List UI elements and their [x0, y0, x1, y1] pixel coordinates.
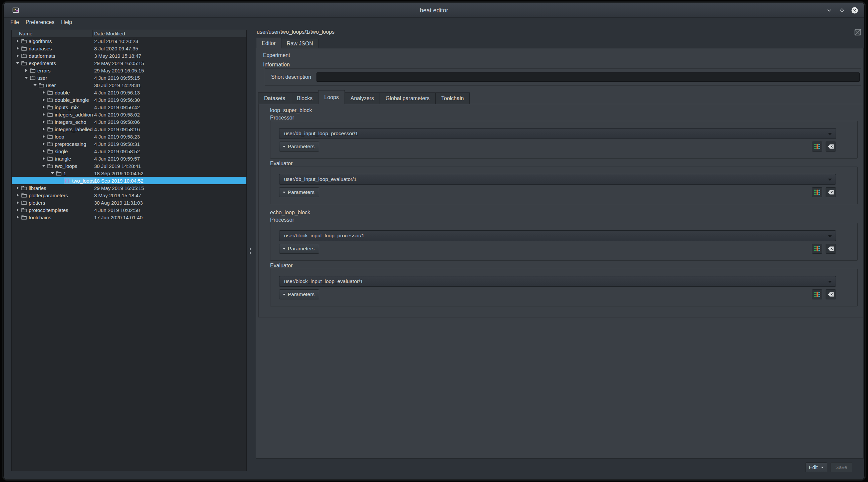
- tree-row[interactable]: {} preprocessing 4 Jun 2019 09:58:31: [12, 140, 246, 148]
- window-controls: [824, 5, 860, 15]
- expand-arrow-icon[interactable]: [41, 113, 46, 116]
- toolchain-view-button[interactable]: [812, 141, 822, 152]
- tree-row[interactable]: {} plotters 30 Aug 2019 11:31:03: [12, 199, 246, 206]
- algorithm-combobox[interactable]: user/block_input_loop_evaluator/1: [279, 276, 836, 287]
- save-button[interactable]: Save: [830, 462, 852, 472]
- expand-arrow-icon[interactable]: [15, 62, 20, 64]
- close-button[interactable]: [850, 5, 860, 15]
- expand-arrow-icon[interactable]: [15, 194, 20, 197]
- tree-row-namecell: {} two_loops: [64, 178, 97, 184]
- tree-row-namecell: {} loop: [46, 133, 66, 140]
- expand-arrow-icon[interactable]: [41, 157, 46, 160]
- expand-arrow-icon[interactable]: [15, 47, 20, 50]
- menu-help[interactable]: Help: [58, 19, 75, 25]
- expand-arrow-icon[interactable]: [15, 186, 20, 190]
- tree-header-name[interactable]: Name: [19, 30, 32, 37]
- expand-arrow-icon[interactable]: [41, 120, 46, 124]
- tab-global-parameters[interactable]: Global parameters: [380, 93, 436, 104]
- tree-row[interactable]: {} user 4 Jun 2019 09:55:15: [12, 74, 246, 82]
- expand-arrow-icon[interactable]: [15, 216, 20, 219]
- parameters-toggle-button[interactable]: Parameters: [279, 244, 319, 254]
- expand-arrow-icon[interactable]: [15, 54, 20, 57]
- tab-analyzers[interactable]: Analyzers: [344, 93, 380, 104]
- tree-row[interactable]: {} errors 29 May 2019 16:05:15: [12, 67, 246, 74]
- tree-row[interactable]: {} user 30 Jul 2019 14:28:41: [12, 82, 246, 89]
- parameters-label: Parameters: [288, 189, 314, 195]
- tree-row[interactable]: {} loop 4 Jun 2019 09:58:23: [12, 133, 246, 140]
- clear-selection-button[interactable]: [826, 141, 836, 152]
- edit-dropdown-button[interactable]: Edit: [805, 462, 827, 472]
- tree-header-date[interactable]: Date Modified: [94, 30, 125, 37]
- tree-row[interactable]: {} libraries 29 May 2019 16:05:15: [12, 184, 246, 192]
- tree-row-date: 4 Jun 2019 09:58:16: [94, 127, 140, 132]
- short-description-input[interactable]: [316, 72, 860, 82]
- menu-preferences[interactable]: Preferences: [22, 19, 58, 25]
- tree-row[interactable]: {} two_loops 18 Sep 2019 10:04:52: [12, 177, 246, 184]
- clear-selection-button[interactable]: [826, 289, 836, 299]
- algorithm-combobox[interactable]: user/block_input_loop_processor/1: [279, 230, 836, 241]
- expand-arrow-icon[interactable]: [41, 91, 46, 94]
- tab-loops[interactable]: Loops: [318, 90, 345, 104]
- column-divider[interactable]: [92, 30, 93, 37]
- parameters-toggle-button[interactable]: Parameters: [279, 141, 319, 152]
- toolchain-view-button[interactable]: [812, 289, 822, 299]
- expand-arrow-icon[interactable]: [32, 84, 38, 86]
- tree-row[interactable]: {} integers_addition 4 Jun 2019 09:58:02: [12, 111, 246, 118]
- tree-row[interactable]: {} toolchains 17 Jun 2020 14:01:40: [12, 214, 246, 221]
- tree-row[interactable]: {} databases 8 Jul 2020 09:47:35: [12, 45, 246, 52]
- tab-datasets[interactable]: Datasets: [258, 93, 291, 104]
- tree-row[interactable]: {} plotterparameters 3 May 2019 15:18:47: [12, 192, 246, 199]
- menu-file[interactable]: File: [7, 19, 22, 25]
- algorithm-combobox[interactable]: user/db_input_loop_evaluator/1: [279, 174, 836, 185]
- expand-arrow-icon[interactable]: [15, 39, 20, 43]
- tree-row-label: 1: [63, 170, 66, 176]
- tab-blocks[interactable]: Blocks: [291, 93, 318, 104]
- tree-row[interactable]: {} integers_labelled 4 Jun 2019 09:58:16: [12, 126, 246, 133]
- algorithm-combobox[interactable]: user/db_input_loop_processor/1: [279, 128, 836, 139]
- tree-row-label: dataformats: [29, 53, 55, 59]
- tree-row[interactable]: {} triangle 4 Jun 2019 09:59:57: [12, 155, 246, 162]
- minimize-button[interactable]: [824, 5, 834, 15]
- titlebar[interactable]: beat.editor: [4, 3, 864, 18]
- tree-row[interactable]: {} integers_echo 4 Jun 2019 09:58:06: [12, 118, 246, 126]
- tree-row[interactable]: {} protocoltemplates 4 Jun 2019 10:02:58: [12, 206, 246, 214]
- toolchain-view-button[interactable]: [812, 187, 822, 197]
- expand-arrow-icon[interactable]: [41, 165, 46, 167]
- expand-arrow-icon[interactable]: [41, 128, 46, 131]
- tree-row-date: 2 Jul 2019 10:20:23: [94, 38, 138, 44]
- tab-editor[interactable]: Editor: [256, 38, 281, 49]
- tree-row[interactable]: {} experiments 29 May 2019 16:05:15: [12, 59, 246, 67]
- parameters-toggle-button[interactable]: Parameters: [279, 289, 319, 299]
- expand-arrow-icon[interactable]: [15, 201, 20, 204]
- clear-selection-button[interactable]: [826, 244, 836, 254]
- tree-row[interactable]: {} dataformats 3 May 2019 15:18:47: [12, 52, 246, 59]
- expand-arrow-icon[interactable]: [41, 150, 46, 153]
- expand-arrow-icon[interactable]: [41, 105, 46, 109]
- expand-arrow-icon[interactable]: [24, 77, 29, 79]
- maximize-button[interactable]: [837, 5, 847, 15]
- tree-row[interactable]: {} two_loops 30 Jul 2019 14:28:41: [12, 162, 246, 169]
- tree-row[interactable]: {} double_triangle 4 Jun 2019 09:56:30: [12, 96, 246, 103]
- tree-row[interactable]: {} 1 18 Sep 2019 10:04:52: [12, 169, 246, 177]
- tree-row-label: double: [55, 90, 70, 95]
- tab-toolchain[interactable]: Toolchain: [435, 93, 470, 104]
- expand-arrow-icon[interactable]: [41, 98, 46, 101]
- expand-arrow-icon[interactable]: [24, 69, 29, 72]
- parameters-toggle-button[interactable]: Parameters: [279, 187, 319, 197]
- role-label: Evaluator: [270, 263, 863, 269]
- tab-raw-json[interactable]: Raw JSON: [281, 39, 319, 48]
- folder-icon: {}: [48, 97, 53, 102]
- splitter-handle[interactable]: [250, 247, 251, 254]
- expand-arrow-icon[interactable]: [41, 142, 46, 146]
- expand-arrow-icon[interactable]: [41, 135, 46, 138]
- edit-button-label: Edit: [809, 464, 818, 470]
- tree-row[interactable]: {} single 4 Jun 2019 09:58:52: [12, 148, 246, 155]
- expand-arrow-icon[interactable]: [50, 172, 55, 174]
- section-tabbar: Datasets Blocks Loops Analyzers Global p…: [258, 90, 470, 104]
- tree-row[interactable]: {} inputs_mix 4 Jun 2019 09:56:42: [12, 103, 246, 111]
- toolchain-view-button[interactable]: [812, 244, 822, 254]
- clear-selection-button[interactable]: [826, 187, 836, 197]
- expand-arrow-icon[interactable]: [15, 208, 20, 212]
- tree-row[interactable]: {} double 4 Jun 2019 09:56:13: [12, 89, 246, 96]
- tree-row[interactable]: {} algorithms 2 Jul 2019 10:20:23: [12, 37, 246, 45]
